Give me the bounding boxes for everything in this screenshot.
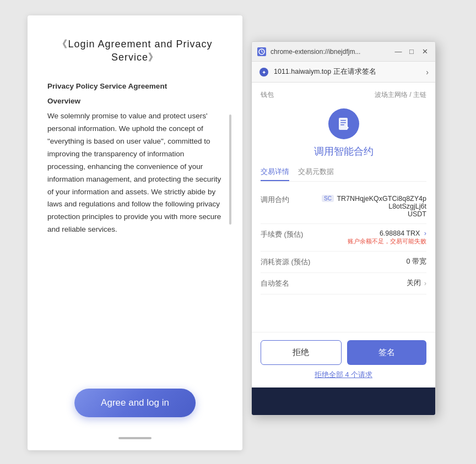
extension-url: chrome-extension://ibnejdfjm... xyxy=(271,48,389,56)
actions-area: 拒绝 签名 拒绝全部 4 个请求 xyxy=(252,332,435,387)
wallet-type: 波场主网络 / 主链 xyxy=(375,90,426,100)
close-button[interactable]: ✕ xyxy=(420,47,430,57)
contract-label: 调用合约 xyxy=(261,195,310,205)
svg-rect-5 xyxy=(340,122,346,123)
address-bar: ✦ 1011.haiwaiym.top 正在请求签名 › xyxy=(252,62,435,83)
auto-sign-value: 关闭 › xyxy=(407,279,426,288)
fee-value: 6.98884 TRX › 账户余额不足，交易可能失败 xyxy=(348,230,426,245)
auto-sign-row: 自动签名 关闭 › xyxy=(261,273,426,294)
contract-icon-wrap xyxy=(261,108,426,139)
tab-transaction-meta[interactable]: 交易元数据 xyxy=(298,167,334,181)
agree-btn-wrap: Agree and log in xyxy=(74,389,196,417)
section1-title: Privacy Policy Service Agreement xyxy=(47,80,223,93)
sign-button[interactable]: 签名 xyxy=(347,340,427,365)
popup-body: 钱包 波场主网络 / 主链 调用智能合约 交易详情 交易元数据 xyxy=(252,83,435,332)
wallet-label: 钱包 xyxy=(261,90,274,100)
tabs: 交易详情 交易元数据 xyxy=(261,167,426,182)
contract-address-value: SC TR7NHqjeKQxGTCi8q8ZY4pL8otSzgjLj6t US… xyxy=(322,195,426,218)
svg-text:✦: ✦ xyxy=(262,69,266,75)
reject-button[interactable]: 拒绝 xyxy=(261,340,342,365)
scrollbar[interactable] xyxy=(229,114,231,225)
window-controls: — □ ✕ xyxy=(393,47,430,57)
contract-badge: SC xyxy=(322,195,334,202)
contract-title: 调用智能合约 xyxy=(261,145,426,158)
auto-sign-arrow[interactable]: › xyxy=(424,279,426,287)
contract-token: USDT xyxy=(336,210,426,218)
agreement-text: We solemnly promise to value and protect… xyxy=(47,110,223,236)
popup-footer xyxy=(252,387,435,415)
section2-title: Overview xyxy=(47,95,223,108)
auto-sign-status: 关闭 xyxy=(407,279,421,288)
extension-popup: chrome-extension://ibnejdfjm... — □ ✕ ✦ … xyxy=(251,41,436,416)
fee-label: 手续费 (预估) xyxy=(261,230,310,239)
agreement-panel: 《Login Agreement and Privacy Service》 Pr… xyxy=(28,15,242,450)
extension-favicon xyxy=(257,47,266,56)
minimize-button[interactable]: — xyxy=(393,47,403,57)
bottom-handle xyxy=(118,437,152,439)
titlebar: chrome-extension://ibnejdfjm... — □ ✕ xyxy=(252,42,435,62)
contract-address-row: 调用合约 SC TR7NHqjeKQxGTCi8q8ZY4pL8otSzgjLj… xyxy=(261,189,426,224)
tab-transaction-details[interactable]: 交易详情 xyxy=(261,167,289,181)
resource-label: 消耗资源 (预估) xyxy=(261,257,310,267)
fee-warning: 账户余额不足，交易可能失败 xyxy=(348,237,426,245)
agreement-title: 《Login Agreement and Privacy Service》 xyxy=(47,37,223,64)
address-arrow[interactable]: › xyxy=(426,68,429,77)
resource-row: 消耗资源 (预估) 0 带宽 xyxy=(261,252,426,273)
contract-addr-text: TR7NHqjeKQxGTCi8q8ZY4pL8otSzgjLj6t xyxy=(336,195,426,210)
reject-all-link[interactable]: 拒绝全部 4 个请求 xyxy=(261,370,426,380)
contract-icon xyxy=(328,108,359,139)
agreement-body: Privacy Policy Service Agreement Overvie… xyxy=(47,80,223,236)
agree-login-button[interactable]: Agree and log in xyxy=(74,389,196,417)
fee-arrow[interactable]: › xyxy=(424,230,426,237)
button-row: 拒绝 签名 xyxy=(261,340,426,365)
fee-row: 手续费 (预估) 6.98884 TRX › 账户余额不足，交易可能失败 xyxy=(261,224,426,252)
restore-button[interactable]: □ xyxy=(407,47,416,57)
site-icon: ✦ xyxy=(258,67,269,78)
svg-rect-3 xyxy=(339,118,348,130)
address-text: 1011.haiwaiym.top 正在请求签名 xyxy=(274,67,421,77)
svg-rect-4 xyxy=(340,120,346,121)
resource-value: 0 带宽 xyxy=(407,257,426,266)
svg-rect-6 xyxy=(340,124,344,125)
wallet-row: 钱包 波场主网络 / 主链 xyxy=(261,90,426,100)
auto-sign-label: 自动签名 xyxy=(261,279,310,288)
